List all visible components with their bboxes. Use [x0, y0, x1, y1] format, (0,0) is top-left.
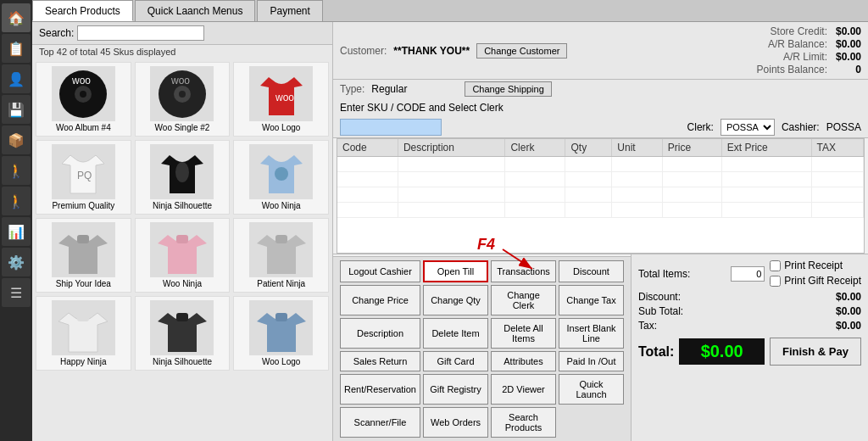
product-item-8[interactable]: Patient Ninja	[233, 218, 329, 293]
order-table: Code Description Clerk Qty Unit Price Ex…	[337, 139, 864, 218]
product-thumb-6	[52, 222, 115, 277]
customer-label: Customer:	[340, 45, 387, 57]
svg-text:woo: woo	[170, 75, 190, 87]
product-item-1[interactable]: woo Woo Single #2	[135, 62, 231, 137]
sales-return-button[interactable]: Sales Return	[340, 351, 420, 371]
change-tax-button[interactable]: Change Tax	[559, 285, 624, 315]
tax-label: Tax:	[638, 320, 657, 332]
clerk-label: Clerk:	[687, 121, 714, 133]
print-receipt-checkbox[interactable]	[770, 260, 781, 271]
change-clerk-button[interactable]: Change Clerk	[491, 285, 556, 315]
svg-text:woo: woo	[275, 92, 294, 103]
sku-count: Top 42 of total 45 Skus displayed	[32, 45, 332, 59]
product-thumb-0: woo	[52, 66, 115, 121]
sidebar-item-home[interactable]: 🏠	[2, 3, 31, 32]
gift-card-button[interactable]: Gift Card	[423, 351, 488, 371]
sidebar-item-user[interactable]: 👤	[2, 64, 31, 93]
scanner-file-button[interactable]: Scanner/File	[340, 407, 420, 438]
col-description: Description	[398, 139, 505, 157]
customer-name: **THANK YOU**	[393, 45, 470, 57]
cashier-value: POSSA	[826, 121, 861, 133]
web-orders-button[interactable]: Web Orders	[423, 407, 488, 438]
product-item-6[interactable]: Ship Your Idea	[36, 218, 131, 293]
search-products-btn-button[interactable]: Search Products	[491, 407, 556, 438]
rent-reservation-button[interactable]: Rent/Reservation	[340, 374, 420, 405]
tab-quick-launch[interactable]: Quick Laanch Menus	[135, 0, 256, 21]
col-qty: Qty	[565, 139, 612, 157]
gift-registry-button[interactable]: Gift Registry	[423, 374, 488, 405]
product-name-7: Woo Ninja	[163, 279, 202, 288]
sidebar-item-menu[interactable]: ☰	[2, 278, 31, 307]
open-till-button[interactable]: Open Till	[423, 260, 488, 282]
sku-input-row: Clerk: POSSA Cashier: POSSA	[333, 117, 868, 138]
col-code: Code	[337, 139, 398, 157]
col-unit: Unit	[612, 139, 663, 157]
col-ext-price: Ext Price	[721, 139, 811, 157]
delete-all-items-button[interactable]: Delete All Items	[491, 318, 556, 349]
product-item-5[interactable]: Woo Ninja	[233, 140, 329, 215]
product-grid: woo Woo Album #4 woo Woo Single #2 woo W…	[32, 59, 332, 441]
f4-section: F4	[333, 254, 631, 256]
search-input[interactable]	[77, 25, 204, 41]
type-row: Type: Regular Change Shipping	[333, 80, 868, 98]
sidebar-item-walk2[interactable]: 🚶	[2, 187, 31, 215]
product-name-4: Ninja Silhouette	[153, 201, 212, 210]
change-customer-button[interactable]: Change Customer	[476, 43, 567, 59]
delete-item-button[interactable]: Delete Item	[423, 318, 488, 349]
print-gift-checkbox[interactable]	[770, 276, 781, 287]
product-name-10: Ninja Silhouette	[153, 357, 212, 366]
svg-rect-17	[275, 313, 287, 321]
sidebar-item-list[interactable]: 📋	[2, 34, 31, 63]
tab-search-products[interactable]: Search Products	[32, 0, 133, 21]
transactions-button[interactable]: Transactions	[491, 260, 556, 282]
svg-point-6	[179, 91, 186, 98]
sku-code-input[interactable]	[340, 119, 442, 136]
ar-limit-label: A/R Limit:	[757, 51, 827, 63]
logout-cashier-button[interactable]: Logout Cashier	[340, 260, 420, 282]
svg-text:PQ: PQ	[77, 170, 92, 181]
col-tax: TAX	[811, 139, 864, 157]
product-item-7[interactable]: Woo Ninja	[135, 218, 231, 293]
sidebar-item-box[interactable]: 📦	[2, 126, 31, 154]
sidebar-item-reports[interactable]: 📊	[2, 217, 31, 246]
change-shipping-button[interactable]: Change Shipping	[465, 81, 551, 97]
left-panel: Search: Top 42 of total 45 Skus displaye…	[32, 22, 333, 441]
total-big-label: Total:	[638, 344, 674, 360]
svg-rect-15	[77, 313, 89, 321]
sidebar-item-save[interactable]: 💾	[2, 95, 31, 124]
quick-launch-button[interactable]: Quick Launch	[559, 374, 624, 405]
total-big-value: $0.00	[679, 338, 765, 365]
product-item-4[interactable]: Ninja Silhouette	[135, 140, 231, 215]
discount-button[interactable]: Discount	[559, 260, 624, 282]
clerk-select[interactable]: POSSA	[721, 119, 775, 136]
type-value: Regular	[371, 83, 407, 95]
sub-total-label: Sub Total:	[638, 305, 683, 317]
2d-viewer-button[interactable]: 2D Viewer	[491, 374, 556, 405]
change-qty-button[interactable]: Change Qty	[423, 285, 488, 315]
product-name-2: Woo Logo	[262, 123, 300, 132]
product-item-2[interactable]: woo Woo Logo	[233, 62, 329, 137]
store-credit-value: $0.00	[836, 25, 861, 37]
product-item-11[interactable]: Woo Logo	[233, 296, 329, 371]
col-price: Price	[662, 139, 721, 157]
sidebar-item-settings[interactable]: ⚙️	[2, 248, 31, 276]
change-price-button[interactable]: Change Price	[340, 285, 420, 315]
paid-in-out-button[interactable]: Paid In /Out	[559, 351, 624, 371]
product-item-9[interactable]: Happy Ninja	[36, 296, 131, 371]
finish-pay-button[interactable]: Finish & Pay	[770, 338, 861, 366]
discount-row: Discount: $0.00	[638, 291, 861, 303]
tax-value: $0.00	[819, 320, 861, 332]
description-button[interactable]: Description	[340, 318, 420, 349]
total-items-input[interactable]	[731, 266, 765, 282]
product-item-0[interactable]: woo Woo Album #4	[36, 62, 131, 137]
product-item-10[interactable]: Ninja Silhouette	[135, 296, 231, 371]
tax-row: Tax: $0.00	[638, 320, 861, 332]
tab-payment[interactable]: Payment	[257, 0, 322, 21]
action-section: F4 Logout CashierOpen TillTra	[333, 254, 631, 441]
sub-total-row: Sub Total: $0.00	[638, 305, 861, 317]
insert-blank-line-button[interactable]: Insert Blank Line	[559, 318, 624, 349]
product-thumb-4	[150, 144, 214, 199]
product-item-3[interactable]: PQ Premium Quality	[36, 140, 131, 215]
attributes-button[interactable]: Attributes	[491, 351, 556, 371]
sidebar-item-walk[interactable]: 🚶	[2, 156, 31, 185]
